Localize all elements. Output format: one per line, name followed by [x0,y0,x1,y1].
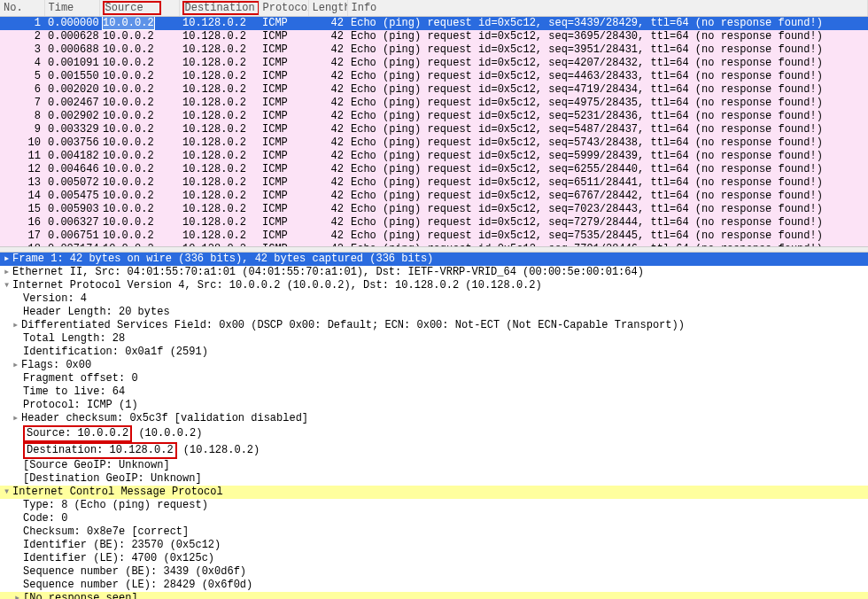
cell-destination: 10.128.0.2 [179,110,259,123]
table-row[interactable]: 100.00375610.0.0.210.128.0.2ICMP42Echo (… [0,136,868,150]
icmp-code[interactable]: Code: 0 [0,512,868,525]
cell-time: 0.004182 [44,150,99,163]
table-row[interactable]: 110.00418210.0.0.210.128.0.2ICMP42Echo (… [0,150,868,163]
table-row[interactable]: 60.00202010.0.0.210.128.0.2ICMP42Echo (p… [0,83,868,97]
table-row[interactable]: 160.00632710.0.0.210.128.0.2ICMP42Echo (… [0,216,868,229]
cell-length: 42 [308,97,347,110]
icmp-no-response[interactable]: ▸[No response seen] [0,592,868,599]
cell-source: 10.0.0.2 [99,30,179,43]
cell-info: Echo (ping) request id=0x5c12, seq=4207/… [347,57,868,70]
cell-length: 42 [308,43,347,57]
ip-version[interactable]: Version: 4 [0,292,868,306]
ip-dst-geoip[interactable]: [Destination GeoIP: Unknown] [0,472,868,486]
ip-total-length[interactable]: Total Length: 28 [0,332,868,346]
cell-destination: 10.128.0.2 [179,136,259,150]
table-row[interactable]: 20.00062810.0.0.210.128.0.2ICMP42Echo (p… [0,30,868,43]
cell-info: Echo (ping) request id=0x5c12, seq=7791/… [347,243,868,247]
cell-source: 10.0.0.2 [99,110,179,123]
packet-details-pane[interactable]: ▸Frame 1: 42 bytes on wire (336 bits), 4… [0,253,868,599]
icmp-id-be[interactable]: Identifier (BE): 23570 (0x5c12) [0,539,868,552]
ip-protocol[interactable]: Protocol: ICMP (1) [0,399,868,412]
cell-protocol: ICMP [259,136,308,150]
cell-destination: 10.128.0.2 [179,176,259,190]
table-row[interactable]: 50.00155010.0.0.210.128.0.2ICMP42Echo (p… [0,70,868,83]
col-source[interactable]: Source [99,0,179,16]
col-protocol[interactable]: Protocol [259,0,308,16]
col-info[interactable]: Info [347,0,868,16]
cell-protocol: ICMP [259,110,308,123]
cell-source: 10.0.0.2 [99,136,179,150]
ip-destination[interactable]: Destination: 10.128.0.2 (10.128.0.2) [0,442,868,459]
cell-destination: 10.128.0.2 [179,150,259,163]
packet-list-pane[interactable]: No. Time Source Destination Protocol Len… [0,0,868,246]
table-row[interactable]: 140.00547510.0.0.210.128.0.2ICMP42Echo (… [0,190,868,203]
ip-ttl[interactable]: Time to live: 64 [0,385,868,399]
ip-identification[interactable]: Identification: 0x0a1f (2591) [0,346,868,359]
cell-destination: 10.128.0.2 [179,83,259,97]
cell-time: 0.007174 [44,243,99,247]
cell-info: Echo (ping) request id=0x5c12, seq=4719/… [347,83,868,97]
cell-length: 42 [308,163,347,176]
table-row[interactable]: 10.00000010.0.0.210.128.0.2ICMP42Echo (p… [0,16,868,30]
table-row[interactable]: 120.00464610.0.0.210.128.0.2ICMP42Echo (… [0,163,868,176]
frame-summary[interactable]: ▸Frame 1: 42 bytes on wire (336 bits), 4… [0,253,868,266]
col-time[interactable]: Time [44,0,99,16]
ip-src-geoip[interactable]: [Source GeoIP: Unknown] [0,459,868,472]
table-row[interactable]: 150.00590310.0.0.210.128.0.2ICMP42Echo (… [0,203,868,216]
cell-no: 5 [0,70,44,83]
icmp-id-le[interactable]: Identifier (LE): 4700 (0x125c) [0,552,868,565]
cell-protocol: ICMP [259,190,308,203]
icmp-seq-be[interactable]: Sequence number (BE): 3439 (0x0d6f) [0,565,868,579]
ip-dsf[interactable]: ▸Differentiated Services Field: 0x00 (DS… [0,319,868,332]
table-row[interactable]: 180.00717410.0.0.210.128.0.2ICMP42Echo (… [0,243,868,247]
table-row[interactable]: 170.00675110.0.0.210.128.0.2ICMP42Echo (… [0,229,868,243]
cell-info: Echo (ping) request id=0x5c12, seq=7535/… [347,229,868,243]
packet-table-header[interactable]: No. Time Source Destination Protocol Len… [0,0,868,16]
icmp-checksum[interactable]: Checksum: 0x8e7e [correct] [0,525,868,539]
col-destination[interactable]: Destination [179,0,259,16]
ip-fragment-offset[interactable]: Fragment offset: 0 [0,372,868,385]
cell-info: Echo (ping) request id=0x5c12, seq=5999/… [347,150,868,163]
cell-no: 4 [0,57,44,70]
cell-destination: 10.128.0.2 [179,216,259,229]
cell-length: 42 [308,110,347,123]
table-row[interactable]: 90.00332910.0.0.210.128.0.2ICMP42Echo (p… [0,123,868,136]
col-length[interactable]: Length [308,0,347,16]
cell-protocol: ICMP [259,83,308,97]
table-row[interactable]: 130.00507210.0.0.210.128.0.2ICMP42Echo (… [0,176,868,190]
table-row[interactable]: 40.00109110.0.0.210.128.0.2ICMP42Echo (p… [0,57,868,70]
ethernet-node[interactable]: ▸Ethernet II, Src: 04:01:55:70:a1:01 (04… [0,266,868,279]
ip-checksum[interactable]: ▸Header checksum: 0x5c3f [validation dis… [0,412,868,425]
table-row[interactable]: 70.00246710.0.0.210.128.0.2ICMP42Echo (p… [0,97,868,110]
cell-protocol: ICMP [259,229,308,243]
table-row[interactable]: 30.00068810.0.0.210.128.0.2ICMP42Echo (p… [0,43,868,57]
cell-source: 10.0.0.2 [99,123,179,136]
cell-time: 0.001091 [44,57,99,70]
ip-source[interactable]: Source: 10.0.0.2 (10.0.0.2) [0,425,868,442]
pane-splitter[interactable] [0,246,868,253]
cell-time: 0.003756 [44,136,99,150]
cell-source: 10.0.0.2 [99,70,179,83]
icmp-node[interactable]: ▾Internet Control Message Protocol [0,486,868,499]
cell-destination: 10.128.0.2 [179,203,259,216]
table-row[interactable]: 80.00290210.0.0.210.128.0.2ICMP42Echo (p… [0,110,868,123]
icmp-seq-le[interactable]: Sequence number (LE): 28429 (0x6f0d) [0,579,868,592]
ip-header-length[interactable]: Header Length: 20 bytes [0,306,868,319]
expand-icon: ▸ [12,359,21,372]
ip-flags[interactable]: ▸Flags: 0x00 [0,359,868,372]
cell-time: 0.000688 [44,43,99,57]
cell-info: Echo (ping) request id=0x5c12, seq=3439/… [347,16,868,30]
icmp-type[interactable]: Type: 8 (Echo (ping) request) [0,499,868,512]
col-no[interactable]: No. [0,0,44,16]
cell-no: 16 [0,216,44,229]
cell-time: 0.002902 [44,110,99,123]
cell-source: 10.0.0.2 [99,57,179,70]
cell-destination: 10.128.0.2 [179,229,259,243]
cell-time: 0.004646 [44,163,99,176]
cell-no: 17 [0,229,44,243]
cell-time: 0.005475 [44,190,99,203]
cell-no: 2 [0,30,44,43]
cell-no: 1 [0,16,44,30]
cell-no: 12 [0,163,44,176]
ip-node[interactable]: ▾Internet Protocol Version 4, Src: 10.0.… [0,279,868,292]
